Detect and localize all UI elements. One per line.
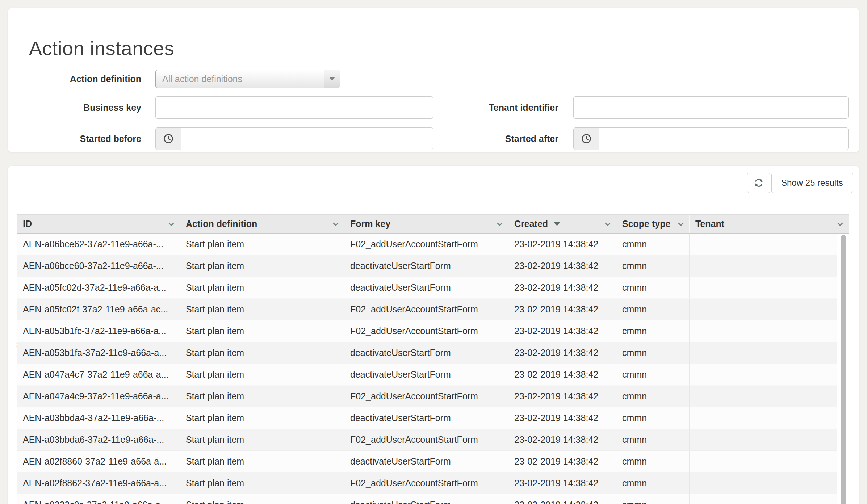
table-cell: F02_addUserAccountStartForm xyxy=(344,386,508,407)
table-cell: 23-02-2019 14:38:42 xyxy=(508,429,616,451)
table-cell: Start plan item xyxy=(180,407,344,429)
table-cell: cmmn xyxy=(616,386,690,407)
table-cell xyxy=(690,364,837,386)
table-row[interactable]: AEN-a047a4c7-37a2-11e9-a66a-a...Start pl… xyxy=(17,364,837,386)
table-cell: cmmn xyxy=(616,494,690,504)
table-cell: 23-02-2019 14:38:42 xyxy=(508,494,616,504)
table-row[interactable]: AEN-a053b1fc-37a2-11e9-a66a-a...Start pl… xyxy=(17,320,837,342)
table-cell: AEN-a02f8862-37a2-11e9-a66a-a... xyxy=(17,472,180,494)
table-row[interactable]: AEN-a02f8860-37a2-11e9-a66a-a...Start pl… xyxy=(17,451,837,472)
table-row[interactable]: AEN-a05fc02d-37a2-11e9-a66a-a...Start pl… xyxy=(17,277,837,299)
table-cell: Start plan item xyxy=(180,429,344,451)
tenant-identifier-input[interactable] xyxy=(573,96,849,119)
started-before-label: Started before xyxy=(8,133,141,144)
table-cell: Start plan item xyxy=(180,255,344,277)
table-row[interactable]: AEN-a02f8862-37a2-11e9-a66a-a...Start pl… xyxy=(17,472,837,494)
clock-icon xyxy=(574,128,599,150)
table-cell xyxy=(690,342,837,364)
table-cell: AEN-a05fc02f-37a2-11e9-a66a-ac... xyxy=(17,299,180,320)
caret-down-icon xyxy=(554,222,560,226)
action-definition-label: Action definition xyxy=(8,74,141,84)
show-results-button[interactable]: Show 25 results xyxy=(771,173,853,193)
results-card: Showing 24 results, from a total of 24 m… xyxy=(8,166,859,504)
table-cell: Start plan item xyxy=(180,277,344,299)
table-cell: AEN-a053b1fa-37a2-11e9-a66a-a... xyxy=(17,342,180,364)
action-definition-select[interactable]: All action definitions xyxy=(155,70,340,88)
table-cell: AEN-a053b1fc-37a2-11e9-a66a-a... xyxy=(17,320,180,342)
table-cell: AEN-a06bce60-37a2-11e9-a66a-... xyxy=(17,255,180,277)
table-row[interactable]: AEN-a0232c0c-37a2-11e9-a66a-a...Start pl… xyxy=(17,494,837,504)
table-cell: 23-02-2019 14:38:42 xyxy=(508,234,616,255)
table-row[interactable]: AEN-a047a4c9-37a2-11e9-a66a-a...Start pl… xyxy=(17,386,837,407)
select-arrow-segment[interactable] xyxy=(324,70,340,88)
table-cell: 23-02-2019 14:38:42 xyxy=(508,342,616,364)
table-row[interactable]: AEN-a06bce60-37a2-11e9-a66a-...Start pla… xyxy=(17,255,837,277)
action-definition-selected-value: All action definitions xyxy=(156,74,324,84)
table-cell: F02_addUserAccountStartForm xyxy=(344,234,508,255)
table-cell xyxy=(690,320,837,342)
table-cell: cmmn xyxy=(616,407,690,429)
table-cell: cmmn xyxy=(616,472,690,494)
table-row[interactable]: AEN-a053b1fa-37a2-11e9-a66a-a...Start pl… xyxy=(17,342,837,364)
business-key-input[interactable] xyxy=(155,96,433,119)
table-row[interactable]: AEN-a03bbda4-37a2-11e9-a66a-...Start pla… xyxy=(17,407,837,429)
table-cell: deactivateUserStartForm xyxy=(344,407,508,429)
column-header-form-key[interactable]: Form key xyxy=(344,215,508,233)
table-cell: deactivateUserStartForm xyxy=(344,277,508,299)
table-cell: cmmn xyxy=(616,364,690,386)
table-cell: cmmn xyxy=(616,299,690,320)
column-header-tenant[interactable]: Tenant xyxy=(690,215,849,233)
table-cell: 23-02-2019 14:38:42 xyxy=(508,277,616,299)
screen: Action instances Action definition All a… xyxy=(0,0,867,504)
table-cell xyxy=(690,299,837,320)
table-cell: deactivateUserStartForm xyxy=(344,255,508,277)
table-cell: Start plan item xyxy=(180,234,344,255)
select-arrow-icon xyxy=(329,77,335,81)
table-cell: cmmn xyxy=(616,255,690,277)
table-cell: Start plan item xyxy=(180,320,344,342)
table-cell: Start plan item xyxy=(180,364,344,386)
table-cell: Start plan item xyxy=(180,494,344,504)
page-title: Action instances xyxy=(29,37,174,59)
table-cell: AEN-a02f8860-37a2-11e9-a66a-a... xyxy=(17,451,180,472)
chevron-down-icon xyxy=(167,220,175,228)
table-row[interactable]: AEN-a03bbda6-37a2-11e9-a66a-...Start pla… xyxy=(17,429,837,451)
filter-card: Action instances Action definition All a… xyxy=(8,8,859,152)
refresh-button[interactable] xyxy=(747,173,770,193)
table-cell: 23-02-2019 14:38:42 xyxy=(508,299,616,320)
chevron-down-icon xyxy=(677,220,685,228)
table-row[interactable]: AEN-a05fc02f-37a2-11e9-a66a-ac...Start p… xyxy=(17,299,837,320)
chevron-down-icon xyxy=(332,220,340,228)
show-results-label: Show 25 results xyxy=(781,178,843,188)
table-cell: deactivateUserStartForm xyxy=(344,494,508,504)
table-cell xyxy=(690,407,837,429)
column-header-action-definition[interactable]: Action definition xyxy=(180,215,344,233)
started-before-group xyxy=(155,127,433,150)
table-cell: F02_addUserAccountStartForm xyxy=(344,299,508,320)
table-cell xyxy=(690,234,837,255)
table-cell: F02_addUserAccountStartForm xyxy=(344,320,508,342)
column-header-scope-type[interactable]: Scope type xyxy=(616,215,690,233)
started-after-group xyxy=(573,127,849,150)
table-row[interactable]: AEN-a06bce62-37a2-11e9-a66a-...Start pla… xyxy=(17,234,837,255)
table-cell: AEN-a03bbda4-37a2-11e9-a66a-... xyxy=(17,407,180,429)
table-cell: deactivateUserStartForm xyxy=(344,342,508,364)
started-before-input[interactable] xyxy=(181,128,433,150)
table-cell: F02_addUserAccountStartForm xyxy=(344,429,508,451)
chevron-down-icon xyxy=(604,220,612,228)
action-instances-table: ID Action definition Form key Created xyxy=(17,214,849,504)
column-header-id[interactable]: ID xyxy=(17,215,180,233)
table-cell: AEN-a0232c0c-37a2-11e9-a66a-a... xyxy=(17,494,180,504)
table-cell: Start plan item xyxy=(180,472,344,494)
started-after-input[interactable] xyxy=(599,128,848,150)
vertical-scrollbar[interactable] xyxy=(841,235,846,504)
table-cell xyxy=(690,277,837,299)
column-header-created[interactable]: Created xyxy=(508,215,616,233)
table-cell: AEN-a047a4c7-37a2-11e9-a66a-a... xyxy=(17,364,180,386)
table-cell: 23-02-2019 14:38:42 xyxy=(508,320,616,342)
table-cell xyxy=(690,429,837,451)
table-cell: AEN-a05fc02d-37a2-11e9-a66a-a... xyxy=(17,277,180,299)
table-body: AEN-a06bce62-37a2-11e9-a66a-...Start pla… xyxy=(17,234,849,504)
table-cell: deactivateUserStartForm xyxy=(344,364,508,386)
table-cell: cmmn xyxy=(616,342,690,364)
